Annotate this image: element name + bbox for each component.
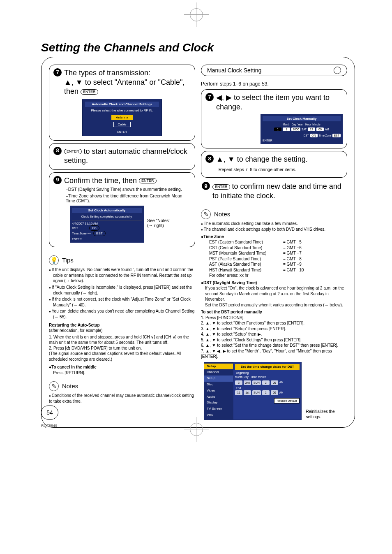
r-step8-sub: –Repeat steps 7–8 to change other items. xyxy=(216,167,296,172)
step8-body: to start automatic channel/clock setting… xyxy=(64,147,187,165)
right-step-9: 9 ENTER to confirm new date and time and… xyxy=(201,180,347,202)
left-notes-text: Conditions of the received channel may c… xyxy=(49,393,195,404)
left-step-9: 9 Confirm the time, then ENTER –DST (Day… xyxy=(49,172,195,248)
step-badge: 8 xyxy=(53,147,62,155)
left-column: 7 The types of transmission: ▲, ▼ to sel… xyxy=(49,65,195,420)
restart-subtitle: (after relocation, for example) xyxy=(49,328,195,334)
left-step-7: 7 The types of transmission: ▲, ▼ to sel… xyxy=(49,65,195,141)
header-row: Month Day Hour Minute xyxy=(235,376,300,379)
setup-side-menu: Setup Channel Setup Disc Video Audio Dis… xyxy=(204,362,233,420)
osd-title: Set Clock Automatically xyxy=(72,208,142,213)
step-badge: 7 xyxy=(53,68,62,76)
timezone-table: EST (Eastern Standard Time)= GMT −5 CST … xyxy=(209,239,347,278)
note-2: The channel and clock settings apply to … xyxy=(201,227,347,232)
page-number: 54 xyxy=(41,406,58,420)
tz-heading: ●Time Zone xyxy=(201,234,347,240)
dst-proc-title: To set the DST period manually xyxy=(201,309,347,315)
enter-key-icon: ENTER xyxy=(212,184,230,190)
tips-item: If "Auto Clock Setting is incomplete." i… xyxy=(49,285,195,296)
note-icon: ✎ xyxy=(201,209,211,219)
right-step-7: 7 ◀, ▶ to select the item you want to ch… xyxy=(201,89,347,148)
osd-btn-cable: Cable xyxy=(113,122,131,127)
tips-item: You can delete channels you don't need a… xyxy=(49,308,195,320)
side-item-tvscreen: TV Screen xyxy=(204,406,233,412)
right-notes-title: Notes xyxy=(214,210,230,218)
osd-msg: Clock Setting completed successfully. xyxy=(72,215,142,218)
reinit-caption: Reinitializes the settings. xyxy=(306,409,347,420)
osd-field-day: 1 xyxy=(283,127,290,131)
dst-step: 3. ▲, ▼ to select "Setup" then press [EN… xyxy=(201,326,347,332)
note-icon: ✎ xyxy=(49,381,59,391)
osd-set-clock-manually: Set Clock Manually Month Day Year Hour M… xyxy=(261,114,343,144)
side-item-display: Display xyxy=(204,400,233,406)
step7-line2: ▲, ▼ to select "Antenna" or "Cable", xyxy=(64,78,184,86)
osd-dst-val: On xyxy=(89,225,99,231)
osd-time: 4/4/2007 11:15 AM xyxy=(72,222,142,225)
osd-header: Automatic Clock and Channel Settings xyxy=(85,102,159,107)
panel-title: Set the time change dates for DST xyxy=(235,364,300,370)
enter-key-icon: ENTER xyxy=(64,149,82,154)
osd-field-dst: ON xyxy=(310,134,318,137)
osd-field-tz: EST xyxy=(332,134,341,137)
osd-title: Set Clock Manually xyxy=(263,116,341,121)
pre-text: Perform steps 1–6 on page 53. xyxy=(201,81,347,87)
right-column: Manual Clock Setting Perform steps 1–6 o… xyxy=(201,65,347,420)
osd-btn-antenna: Antenna xyxy=(111,115,133,120)
osd-field-ampm: AM xyxy=(325,128,329,131)
begin-label: Beginning xyxy=(236,371,300,375)
begin-row: 3 2nd SUN 2 00 AM xyxy=(235,380,300,385)
note-1: The automatic clock setting can take a f… xyxy=(201,221,347,227)
tips-item: If the unit displays "No channels were f… xyxy=(49,267,195,284)
step7-line3: then xyxy=(64,87,78,95)
right-step-8: 8 ▲, ▼ to change the setting. –Repeat st… xyxy=(201,151,347,178)
step8-text: ENTER to start automatic channel/clock s… xyxy=(64,147,191,165)
step9-head: Confirm the time, then ENTER xyxy=(64,176,191,185)
page-title: Setting the Channels and Clock xyxy=(41,41,355,54)
enter-key-icon: ENTER xyxy=(139,178,157,183)
osd-field-year: 2000 xyxy=(291,127,300,131)
restore-default-button: Restore Default xyxy=(274,398,300,403)
step7-text: The types of transmission: ▲, ▼ to selec… xyxy=(64,68,191,96)
tips-title: Tips xyxy=(62,256,74,264)
tips-block: 💡 Tips If the unit displays "No channels… xyxy=(49,254,195,404)
side-item-channel: Channel xyxy=(204,369,233,376)
side-item-video: Video xyxy=(204,388,233,394)
step-badge: 7 xyxy=(205,93,214,101)
tip-icon: 💡 xyxy=(49,255,59,265)
manual-clock-section: Manual Clock Setting xyxy=(201,65,347,76)
dst-step: 5. ▲, ▼ to select "Clock Settings" then … xyxy=(201,337,347,343)
osd-prompt: Please select the wire connected to RF I… xyxy=(85,109,159,112)
dst-body-1: If you select "On", the clock is advance… xyxy=(205,285,347,302)
side-item-vhs: VHS xyxy=(204,412,233,418)
osd-field-dow: SAT xyxy=(302,128,307,131)
registration-mark-top xyxy=(190,8,203,21)
dst-step: 4. ▲, ▼ to select "Setup" then ▶. xyxy=(201,331,347,337)
osd-dst-row: DST·········· On xyxy=(72,225,142,231)
see-notes: See "Notes" (→ right) xyxy=(147,218,170,228)
cancel-title: ●To cancel in the middle xyxy=(49,364,195,370)
right-notes: ✎ Notes The automatic clock setting can … xyxy=(201,208,347,420)
registration-mark-bottom xyxy=(190,423,203,436)
section-dot-icon xyxy=(334,67,341,74)
step-badge: 8 xyxy=(205,155,214,163)
cancel-action: Press [RETURN]. xyxy=(53,370,195,376)
step7-line1: The types of transmission: xyxy=(64,69,150,77)
osd-tz-val: EST xyxy=(93,231,106,236)
step9-text: Confirm the time, then xyxy=(64,176,139,185)
left-step-8: 8 ENTER to start automatic channel/clock… xyxy=(49,143,195,170)
osd-field-hour: 12 xyxy=(308,127,315,131)
dst-step: 6. ▲, ▼ to select "Set the time change d… xyxy=(201,343,347,348)
r-step9-text: to confirm new date and time and to init… xyxy=(212,182,341,200)
osd-tz-row: Time Zone····· EST xyxy=(72,231,142,236)
dst-heading: ●DST (Daylight Saving Time) xyxy=(201,280,347,286)
dst-body-2: Set the DST period manually when it vari… xyxy=(205,302,347,308)
osd-set-clock-auto: Set Clock Automatically Clock Setting co… xyxy=(70,206,144,243)
left-notes-title: Notes xyxy=(62,382,78,390)
tips-item: If the clock is not correct, set the clo… xyxy=(49,297,195,308)
side-header: Setup xyxy=(204,364,233,370)
side-item-disc: Disc xyxy=(204,382,233,388)
step9-sub2: –Time Zone shows the time difference fro… xyxy=(66,193,191,203)
side-item-setup: Setup xyxy=(204,376,233,382)
dst-step: 2. ▲, ▼ to select "Other Functions" then… xyxy=(201,320,347,326)
osd-setup-dst-dates: Setup Channel Setup Disc Video Audio Dis… xyxy=(204,362,302,420)
